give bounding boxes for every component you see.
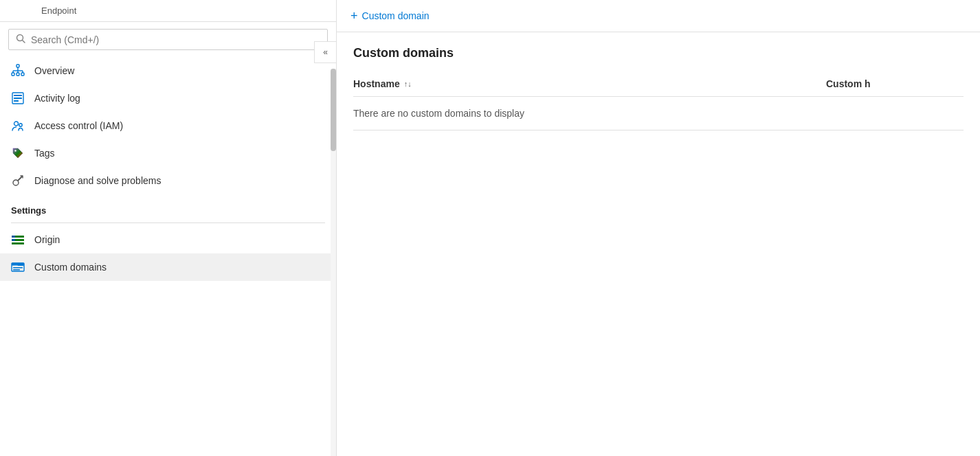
diagnose-icon [11,174,25,187]
svg-point-17 [14,150,16,151]
network-icon [11,64,25,78]
svg-rect-21 [12,242,24,244]
svg-line-1 [23,41,25,43]
sidebar-item-tags[interactable]: Tags [0,139,336,167]
add-custom-domain-button[interactable]: + Custom domain [350,10,430,22]
table-header-row: Hostname ↑↓ Custom h [353,71,964,97]
main-body: Custom domains Hostname ↑↓ Custom h Ther… [337,32,980,456]
plus-icon: + [350,10,358,22]
sidebar: Endpoint « [0,0,337,456]
custom-domains-table: Hostname ↑↓ Custom h There are no custom… [353,71,964,130]
add-button-label: Custom domain [362,10,430,21]
custom-column-header: Custom h [826,78,964,89]
hostname-column-header[interactable]: Hostname ↑↓ [353,78,826,89]
custom-domains-icon: www [11,260,25,274]
sidebar-item-activity-log-label: Activity log [34,93,80,104]
collapse-button[interactable]: « [314,41,336,63]
hostname-label: Hostname [353,78,400,89]
iam-icon [11,119,25,133]
svg-rect-14 [14,100,19,102]
svg-rect-2 [16,65,19,67]
svg-rect-22 [12,236,15,238]
sidebar-item-tags-label: Tags [34,148,55,159]
sidebar-item-origin-label: Origin [34,234,60,245]
sidebar-item-activity-log[interactable]: Activity log [0,84,336,112]
settings-section-header: Settings [0,194,336,223]
svg-rect-13 [14,98,22,99]
sidebar-item-custom-domains-label: Custom domains [34,262,107,273]
svg-rect-23 [12,239,15,241]
search-input[interactable] [31,34,320,45]
svg-text:www: www [13,264,19,267]
sidebar-item-overview-label: Overview [34,65,74,76]
search-icon [16,34,25,45]
sidebar-item-access-control-label: Access control (IAM) [34,120,123,131]
svg-point-15 [14,122,19,126]
custom-domains-title: Custom domains [353,46,964,60]
svg-rect-26 [13,267,23,269]
sidebar-item-overview[interactable]: Overview [0,57,336,84]
sidebar-item-custom-domains[interactable]: www Custom domains [0,253,336,281]
svg-rect-3 [12,73,14,76]
sidebar-item-access-control[interactable]: Access control (IAM) [0,112,336,139]
settings-divider [11,223,325,223]
origin-icon [11,233,25,247]
tags-icon [11,146,25,160]
empty-message: There are no custom domains to display [353,108,524,119]
settings-header-label: Settings [0,194,336,220]
svg-point-16 [19,124,22,126]
sidebar-item-origin[interactable]: Origin [0,226,336,253]
svg-point-18 [13,180,19,185]
svg-rect-27 [13,269,20,271]
main-content: + Custom domain Custom domains Hostname … [337,0,980,456]
sidebar-item-diagnose[interactable]: Diagnose and solve problems [0,167,336,194]
sidebar-scrollbar-thumb[interactable] [331,69,336,151]
sidebar-scrollbar-track [331,69,336,456]
main-toolbar: + Custom domain [337,0,980,32]
sort-icon[interactable]: ↑↓ [404,80,412,88]
search-bar[interactable] [8,29,328,50]
svg-rect-5 [21,73,24,76]
svg-rect-12 [14,95,22,96]
sidebar-item-diagnose-label: Diagnose and solve problems [34,175,161,186]
sidebar-top-label: Endpoint [0,0,336,22]
activity-icon [11,91,25,105]
svg-rect-4 [16,73,19,76]
table-empty-row: There are no custom domains to display [353,97,964,130]
nav-list: Overview Activity log [0,57,336,456]
